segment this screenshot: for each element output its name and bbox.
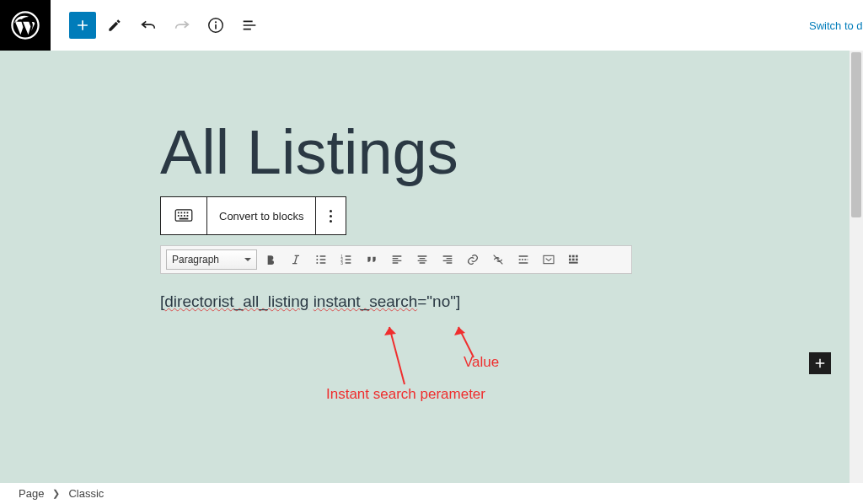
scrollbar-thumb[interactable] xyxy=(851,52,861,217)
breadcrumb-root[interactable]: Page xyxy=(19,487,44,500)
align-center-button[interactable] xyxy=(410,248,434,271)
svg-rect-5 xyxy=(180,212,182,214)
link-button[interactable] xyxy=(461,248,485,271)
plus-icon xyxy=(812,356,828,371)
shortcode-tag: directorist_all_listing xyxy=(164,292,308,310)
svg-point-15 xyxy=(316,262,318,264)
svg-rect-7 xyxy=(187,212,189,214)
add-block-button[interactable] xyxy=(69,12,96,39)
bold-button[interactable] xyxy=(259,248,282,271)
svg-rect-6 xyxy=(184,212,185,214)
svg-rect-20 xyxy=(569,255,571,258)
svg-rect-19 xyxy=(544,255,554,263)
insert-more-button[interactable] xyxy=(512,248,535,271)
svg-marker-30 xyxy=(454,327,465,335)
align-right-button[interactable] xyxy=(436,248,459,271)
svg-rect-12 xyxy=(180,218,189,220)
keyboard-icon xyxy=(174,209,193,223)
align-center-icon xyxy=(415,253,429,266)
breadcrumb-current[interactable]: Classic xyxy=(68,487,104,500)
align-left-button[interactable] xyxy=(385,248,409,271)
blockquote-button[interactable] xyxy=(360,248,383,271)
annotation-arrow-param xyxy=(379,320,413,388)
numbered-list-button[interactable]: 123 xyxy=(335,248,358,271)
svg-marker-28 xyxy=(384,327,396,335)
ul-icon xyxy=(314,253,328,266)
list-view-button[interactable] xyxy=(234,10,265,40)
annotation-param-label: Instant search perameter xyxy=(326,386,485,403)
ol-icon: 123 xyxy=(340,253,353,266)
kebab-icon xyxy=(330,210,332,223)
undo-button[interactable] xyxy=(133,10,163,40)
bold-icon xyxy=(264,253,277,266)
quote-icon xyxy=(365,253,378,266)
svg-point-14 xyxy=(316,259,318,260)
svg-text:3: 3 xyxy=(340,261,343,265)
fullscreen-icon xyxy=(542,253,555,266)
info-button[interactable] xyxy=(201,10,231,40)
svg-rect-11 xyxy=(187,215,189,217)
annotation-value-label: Value xyxy=(464,354,499,371)
svg-rect-9 xyxy=(180,215,182,217)
outline-icon xyxy=(240,16,259,35)
pencil-icon xyxy=(106,17,123,34)
block-breadcrumb: Page ❯ Classic xyxy=(0,483,863,504)
more-tag-icon xyxy=(517,253,530,266)
more-options-button[interactable] xyxy=(315,197,346,234)
editor-canvas: All Listings Convert to blocks Paragraph… xyxy=(0,51,863,483)
bullet-list-button[interactable] xyxy=(309,248,333,271)
undo-icon xyxy=(139,16,158,35)
svg-point-13 xyxy=(316,255,318,257)
shortcode-value: ="no"] xyxy=(417,292,460,310)
align-left-icon xyxy=(390,253,404,266)
convert-label: Convert to blocks xyxy=(219,210,303,223)
convert-to-blocks-button[interactable]: Convert to blocks xyxy=(206,197,315,234)
svg-line-27 xyxy=(389,327,405,384)
svg-rect-22 xyxy=(576,255,578,258)
tinymce-toolbar: Paragraph 123 xyxy=(160,245,632,274)
redo-icon xyxy=(173,16,191,35)
unlink-icon xyxy=(491,253,505,266)
format-select[interactable]: Paragraph xyxy=(166,249,257,270)
align-right-icon xyxy=(441,253,454,266)
svg-rect-4 xyxy=(178,212,180,214)
svg-line-29 xyxy=(458,327,474,357)
editor-topbar: Switch to draft xyxy=(0,0,863,51)
italic-icon xyxy=(289,253,303,266)
svg-rect-10 xyxy=(184,215,185,217)
svg-rect-24 xyxy=(572,259,575,261)
classic-editor-content[interactable]: [directorist_all_listing instant_search=… xyxy=(160,292,863,311)
svg-rect-8 xyxy=(178,215,180,217)
format-select-value: Paragraph xyxy=(172,254,219,265)
svg-rect-23 xyxy=(569,259,571,261)
redo-button[interactable] xyxy=(167,10,197,40)
svg-rect-21 xyxy=(572,255,575,258)
topbar-tools xyxy=(51,10,265,40)
svg-point-2 xyxy=(215,21,217,23)
annotation-arrow-value xyxy=(450,320,484,361)
link-icon xyxy=(466,253,480,266)
classic-block-icon-button[interactable] xyxy=(161,197,206,234)
wordpress-icon xyxy=(11,11,40,40)
svg-rect-26 xyxy=(569,262,578,264)
unlink-button[interactable] xyxy=(486,248,510,271)
classic-block-toolbar: Convert to blocks xyxy=(160,196,346,235)
edit-tool-button[interactable] xyxy=(99,10,130,40)
add-block-inline-button[interactable] xyxy=(809,352,831,374)
shortcode-param: instant_search xyxy=(314,292,418,310)
plus-icon xyxy=(74,17,91,34)
svg-rect-25 xyxy=(576,259,578,261)
wordpress-logo-button[interactable] xyxy=(0,0,51,51)
breadcrumb-separator-icon: ❯ xyxy=(52,488,60,499)
toolbar-toggle-button[interactable] xyxy=(562,248,586,271)
fullscreen-button[interactable] xyxy=(537,248,560,271)
italic-button[interactable] xyxy=(284,248,308,271)
scrollbar-track[interactable] xyxy=(850,51,863,483)
info-icon xyxy=(206,16,225,35)
kitchen-sink-icon xyxy=(567,253,581,266)
switch-to-draft-link[interactable]: Switch to draft xyxy=(809,19,863,32)
page-title[interactable]: All Listings xyxy=(160,116,863,188)
